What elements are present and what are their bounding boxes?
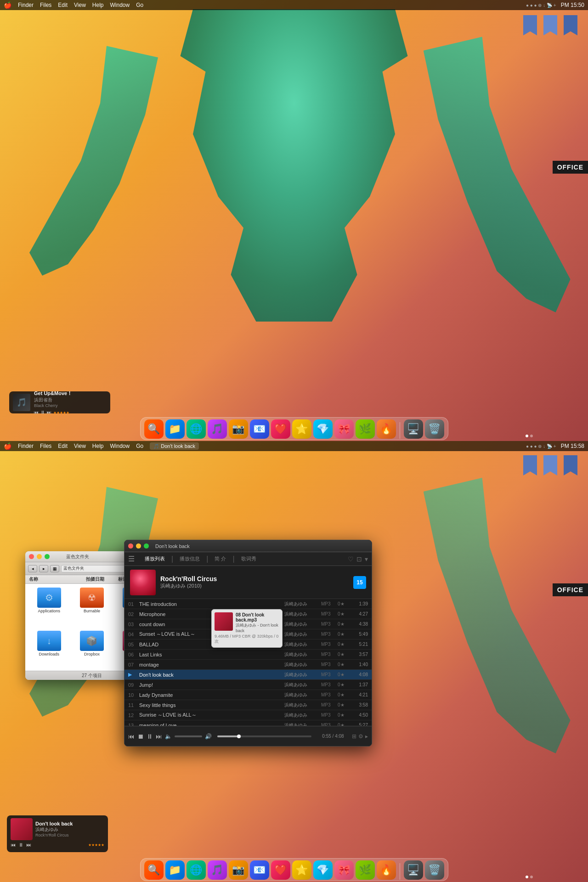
dock-s2-icon-10[interactable]: 🌿 [356,860,375,880]
dock-icon-1[interactable]: 📁 [165,419,185,439]
dock-icon-trash[interactable]: 🗑️ [425,419,444,439]
office-badge-s2[interactable]: OFFICE [553,583,588,596]
window-close-button[interactable] [29,554,34,559]
window-maximize-button[interactable] [45,554,50,559]
bookmark-s2-3[interactable] [562,454,579,477]
finder-item-dropbox[interactable]: 📦 Dropbox [72,631,112,671]
dock-icon-finder[interactable]: 🖥️ [404,419,423,439]
dock-icon-4[interactable]: 📸 [229,419,248,439]
track-row[interactable]: 07 montage 浜崎あゆみ MP3 0★ 1:40 [124,660,372,670]
menu-window-s2[interactable]: Window [110,443,130,449]
finder-forward-button[interactable]: ▸ [39,565,48,572]
bookmark-3[interactable] [562,14,579,37]
dock-icon-2[interactable]: 🌐 [187,419,206,439]
track-name: Lady Dynamite [139,692,284,698]
bookmark-2[interactable] [542,14,559,37]
menu-edit-s2[interactable]: Edit [58,443,68,449]
bookmark-s2-1[interactable] [522,454,538,477]
finder-item-applications[interactable]: ⚙ Applications [29,588,69,628]
dock-s2-icon-6[interactable]: ❤️ [271,860,290,880]
track-row[interactable]: 13 meaning of Love 浜崎あゆみ MP3 0★ 5:27 [124,720,372,726]
dock-icon-10[interactable]: 🌿 [356,419,375,439]
track-format: MP3 [321,601,338,606]
dock-s2-icon-7[interactable]: ⭐ [292,860,311,880]
dock-icon-9[interactable]: 🎀 [334,419,354,439]
itunes-menu-icon[interactable]: ☰ [128,554,135,563]
menu-files-s2[interactable]: Files [40,443,51,449]
itunes-tab-intro[interactable]: 简 介 [210,554,231,564]
itunes-maximize[interactable] [144,543,149,548]
dock-s2-icon-4[interactable]: 📸 [229,860,248,880]
apple-menu[interactable]: 🍎 [4,1,11,9]
menu-edit[interactable]: Edit [58,2,68,8]
itunes-tab-info[interactable]: 播放信息 [175,554,204,564]
pause-button[interactable]: ⏸ [40,410,45,415]
itunes-minimize[interactable] [136,543,141,548]
dock-s2-icon-2[interactable]: 🌐 [187,860,206,880]
dock-s2-icon-9[interactable]: 🎀 [334,860,354,880]
progress-bar[interactable] [217,735,311,737]
window-minimize-button[interactable] [37,554,42,559]
menu-finder-s2[interactable]: Finder [18,443,34,449]
mw2-next[interactable]: ⏭ [26,842,31,848]
itunes-more-icon[interactable]: ▾ [365,555,368,563]
dock-s2-icon-1[interactable]: 📁 [165,860,185,880]
prev-button[interactable]: ⏮ [34,410,39,415]
itunes-play-button[interactable]: ⏸ [147,733,153,740]
itunes-tab-playlist[interactable]: 播放列表 [140,554,170,564]
track-row[interactable]: 06 Last Links 浜崎あゆみ MP3 0★ 3:57 [124,650,372,660]
office-badge[interactable]: OFFICE [553,161,588,174]
dock-icon-3[interactable]: 🎵 [208,419,227,439]
itunes-expand-icon[interactable]: ⊡ [356,555,362,563]
volume-slider[interactable] [175,735,202,737]
itunes-prev-button[interactable]: ⏮ [128,733,135,740]
menu-window[interactable]: Window [110,2,130,8]
eq-icon[interactable]: ⊞ [352,733,356,740]
menu-help-s2[interactable]: Help [92,443,104,449]
dock-icon-7[interactable]: ⭐ [292,419,311,439]
dock-s2-icon-5[interactable]: 📧 [250,860,269,880]
itunes-close[interactable] [128,543,133,548]
dock-s2-finder[interactable]: 🖥️ [404,860,423,880]
track-row[interactable]: 01 THE introduction 浜崎あゆみ MP3 0★ 1:39 [124,599,372,609]
finder-view-button[interactable]: ▦ [50,565,59,572]
dock-icon-5[interactable]: 📧 [250,419,269,439]
finder-back-button[interactable]: ◂ [28,565,37,572]
heart-icon[interactable]: ♡ [348,555,354,563]
active-app-tab[interactable]: 🎵 Don't look back [150,442,199,450]
menu-view[interactable]: View [74,2,86,8]
dock-s2-icon-11[interactable]: 🔥 [377,860,396,880]
dock-icon-11[interactable]: 🔥 [377,419,396,439]
menu-files[interactable]: Files [40,2,51,8]
menu-view-s2[interactable]: View [74,443,86,449]
next-button[interactable]: ⏭ [47,410,51,415]
track-row[interactable]: 10 Lady Dynamite 浜崎あゆみ MP3 0★ 4:21 [124,690,372,700]
menu-go[interactable]: Go [136,2,143,8]
dock-s2-icon-3[interactable]: 🎵 [208,860,227,880]
dock-icon-6[interactable]: ❤️ [271,419,290,439]
itunes-next-button[interactable]: ⏭ [156,733,162,740]
mw2-prev[interactable]: ⏮ [11,842,16,848]
track-row[interactable]: 09 Jump! 浜崎あゆみ MP3 0★ 1:37 [124,680,372,690]
track-row[interactable]: 11 Sexy little things 浜崎あゆみ MP3 0★ 3:58 [124,700,372,710]
visualizer-icon[interactable]: ⚙ [358,733,363,740]
dock-s2-icon-0[interactable]: 🔍 [144,860,164,880]
bookmark-1[interactable] [522,14,538,37]
track-row[interactable]: 12 Sunrise ～LOVE is ALL～ 浜崎あゆみ MP3 0★ 4:… [124,710,372,720]
dock-s2-icon-8[interactable]: 💎 [313,860,333,880]
airplay-icon[interactable]: ▸ [365,733,368,740]
finder-item-burnable[interactable]: ☢ Burnable [72,588,112,628]
dock-s2-trash[interactable]: 🗑️ [425,860,444,880]
mw2-pause[interactable]: ⏸ [18,842,23,848]
menu-go-s2[interactable]: Go [136,443,143,449]
menu-help[interactable]: Help [92,2,104,8]
dock-icon-0[interactable]: 🔍 [144,419,164,439]
bookmark-s2-2[interactable] [542,454,559,477]
menu-finder[interactable]: Finder [18,2,34,8]
itunes-tab-lyrics[interactable]: 歌词秀 [237,554,261,564]
finder-item-downloads[interactable]: ↓ Downloads [29,631,69,671]
itunes-stop-button[interactable]: ⏹ [137,733,144,740]
apple-menu-s2[interactable]: 🍎 [4,442,11,450]
track-row-playing[interactable]: ▶ Don't look back 浜崎あゆみ MP3 0★ 4:08 [124,670,372,680]
dock-icon-8[interactable]: 💎 [313,419,333,439]
